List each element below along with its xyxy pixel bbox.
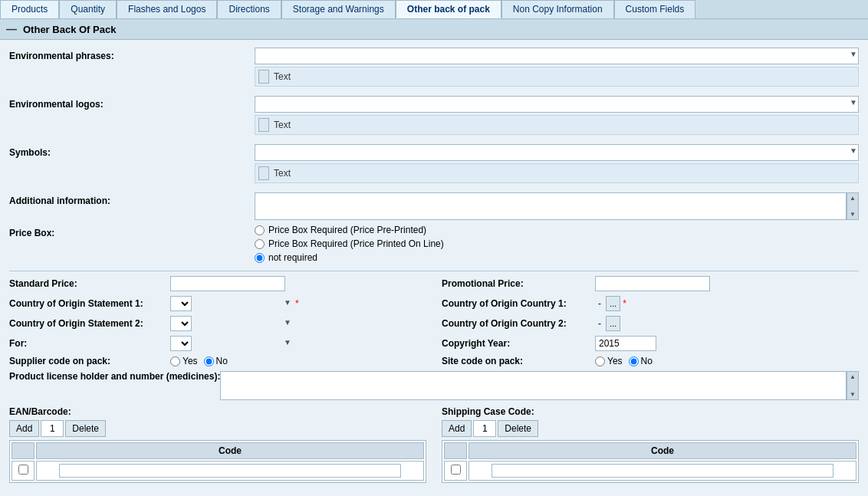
price-box-preprinted-radio[interactable] xyxy=(255,225,265,235)
ean-table: Code xyxy=(9,440,426,483)
tab-quantity[interactable]: Quantity xyxy=(59,0,117,18)
country-country1-col: Country of Origin Country 1: - ... * xyxy=(434,296,859,311)
additional-info-scrollbar: ▲ ▼ xyxy=(847,192,859,220)
tab-otherback[interactable]: Other back of pack xyxy=(396,0,501,18)
standard-price-label: Standard Price: xyxy=(9,278,170,289)
country-country1-label: Country of Origin Country 1: xyxy=(442,298,595,309)
supplier-yes-label[interactable]: Yes xyxy=(170,356,198,366)
country2-ellipsis-btn[interactable]: ... xyxy=(606,316,620,331)
price-box-preprinted-row: Price Box Required (Price Pre-Printed) xyxy=(255,225,859,235)
product-license-label: Product license holder and number (medic… xyxy=(9,371,220,382)
promotional-price-col: Promotional Price: xyxy=(434,276,859,291)
environmental-logos-control: Text xyxy=(255,96,859,140)
shipping-add-btn[interactable]: Add xyxy=(442,420,472,437)
price-box-notrequired-label: not required xyxy=(268,252,317,263)
ean-table-row xyxy=(12,461,424,481)
scroll-down-arrow[interactable]: ▼ xyxy=(848,209,857,219)
tab-bar: Products Quantity Flashes and Logos Dire… xyxy=(0,0,868,19)
price-box-row: Price Box: Price Box Required (Price Pre… xyxy=(9,225,859,266)
barcode-shipping-labels: EAN/Barcode: Add 1 Delete Code xyxy=(9,406,859,483)
ean-delete-btn[interactable]: Delete xyxy=(65,420,106,437)
collapse-icon[interactable]: — xyxy=(6,23,17,35)
country1-required: * xyxy=(623,298,626,309)
country-origin-1-row: Country of Origin Statement 1: * Country… xyxy=(9,296,859,311)
tab-noncopy[interactable]: Non Copy Information xyxy=(501,0,614,18)
price-box-control: Price Box Required (Price Pre-Printed) P… xyxy=(255,225,859,266)
tab-customfields[interactable]: Custom Fields xyxy=(614,0,696,18)
price-box-online-row: Price Box Required (Price Printed On Lin… xyxy=(255,238,859,249)
country-stmt1-col: Country of Origin Statement 1: * xyxy=(9,296,434,311)
country1-ellipsis-btn[interactable]: ... xyxy=(606,296,620,311)
symbols-select[interactable] xyxy=(255,144,859,161)
country-stmt1-label: Country of Origin Statement 1: xyxy=(9,298,170,309)
for-select[interactable] xyxy=(170,336,192,351)
product-license-row: Product license holder and number (medic… xyxy=(9,371,859,400)
symbols-row: Symbols: Text xyxy=(9,144,859,188)
standard-price-input[interactable] xyxy=(170,276,285,291)
country-stmt1-select[interactable] xyxy=(170,296,192,311)
symbols-small-btn[interactable] xyxy=(258,166,269,180)
ean-section: EAN/Barcode: Add 1 Delete Code xyxy=(9,406,426,483)
sitecode-no-radio[interactable] xyxy=(629,356,639,366)
supplier-yes-radio[interactable] xyxy=(170,356,180,366)
product-license-col: Product license holder and number (medic… xyxy=(9,371,859,400)
shipping-section: Shipping Case Code: Add 1 Delete Code xyxy=(442,406,859,483)
price-box-online-radio[interactable] xyxy=(255,239,265,249)
country-country2-label: Country of Origin Country 2: xyxy=(442,318,595,329)
country-stmt2-select[interactable] xyxy=(170,316,192,331)
environmental-phrases-small-btn[interactable] xyxy=(258,70,269,84)
environmental-phrases-text-row: Text xyxy=(255,67,859,87)
environmental-phrases-select[interactable] xyxy=(255,48,859,64)
scroll-up-arrow[interactable]: ▲ xyxy=(848,193,857,203)
country-stmt2-col: Country of Origin Statement 2: xyxy=(9,316,434,331)
price-row: Standard Price: Promotional Price: xyxy=(9,276,859,291)
ean-label: EAN/Barcode: xyxy=(9,406,426,417)
sitecode-yes-radio[interactable] xyxy=(595,356,605,366)
shipping-row-checkbox[interactable] xyxy=(451,465,461,475)
ean-add-btn[interactable]: Add xyxy=(9,420,39,437)
symbols-label: Symbols: xyxy=(9,144,255,158)
shipping-code-input[interactable] xyxy=(492,464,833,478)
environmental-logos-select[interactable] xyxy=(255,96,859,113)
price-box-notrequired-radio[interactable] xyxy=(255,253,265,263)
copyright-label: Copyright Year: xyxy=(442,338,595,349)
additional-info-textarea[interactable] xyxy=(255,192,847,220)
product-license-textarea[interactable] xyxy=(220,371,847,400)
supplier-no-radio[interactable] xyxy=(204,356,214,366)
tab-directions[interactable]: Directions xyxy=(217,0,281,18)
copyright-year-input[interactable] xyxy=(595,336,656,351)
supplier-site-row: Supplier code on pack: Yes No Site code … xyxy=(9,356,859,366)
country2-dash: - xyxy=(598,318,601,329)
environmental-logos-small-btn[interactable] xyxy=(258,118,269,132)
tab-products[interactable]: Products xyxy=(0,0,59,18)
sitecode-yes-label[interactable]: Yes xyxy=(595,356,623,366)
pl-scroll-down[interactable]: ▼ xyxy=(848,389,857,399)
sitecode-label: Site code on pack: xyxy=(442,356,595,366)
barcode-shipping-section: EAN/Barcode: Add 1 Delete Code xyxy=(9,406,859,483)
symbols-text-label: Text xyxy=(274,168,291,179)
environmental-logos-row: Environmental logos: Text xyxy=(9,96,859,140)
shipping-delete-btn[interactable]: Delete xyxy=(498,420,538,437)
country-country2-col: Country of Origin Country 2: - ... xyxy=(434,316,859,331)
sitecode-no-label[interactable]: No xyxy=(629,356,653,366)
supplier-yesno: Yes No xyxy=(170,356,234,366)
product-license-scrollbar: ▲ ▼ xyxy=(847,371,859,400)
ean-controls: Add 1 Delete xyxy=(9,420,426,437)
pl-scroll-up[interactable]: ▲ xyxy=(848,372,857,382)
ean-code-input[interactable] xyxy=(59,464,401,478)
shipping-label: Shipping Case Code: xyxy=(442,406,859,417)
ean-code-col-header: Code xyxy=(36,442,424,459)
ean-row-checkbox[interactable] xyxy=(18,465,28,475)
promotional-price-input[interactable] xyxy=(595,276,710,291)
supplier-no-label[interactable]: No xyxy=(204,356,228,366)
tab-storage[interactable]: Storage and Warnings xyxy=(281,0,396,18)
environmental-logos-text-label: Text xyxy=(274,120,291,130)
main-content: Environmental phrases: Text Environmenta… xyxy=(0,40,868,496)
price-box-preprinted-label: Price Box Required (Price Pre-Printed) xyxy=(268,225,426,235)
symbols-control: Text xyxy=(255,144,859,188)
promotional-price-label: Promotional Price: xyxy=(442,278,595,289)
price-box-online-label: Price Box Required (Price Printed On Lin… xyxy=(268,238,444,249)
country-origin-2-row: Country of Origin Statement 2: Country o… xyxy=(9,316,859,331)
tab-flashes[interactable]: Flashes and Logos xyxy=(117,0,217,18)
standard-price-col: Standard Price: xyxy=(9,276,434,291)
